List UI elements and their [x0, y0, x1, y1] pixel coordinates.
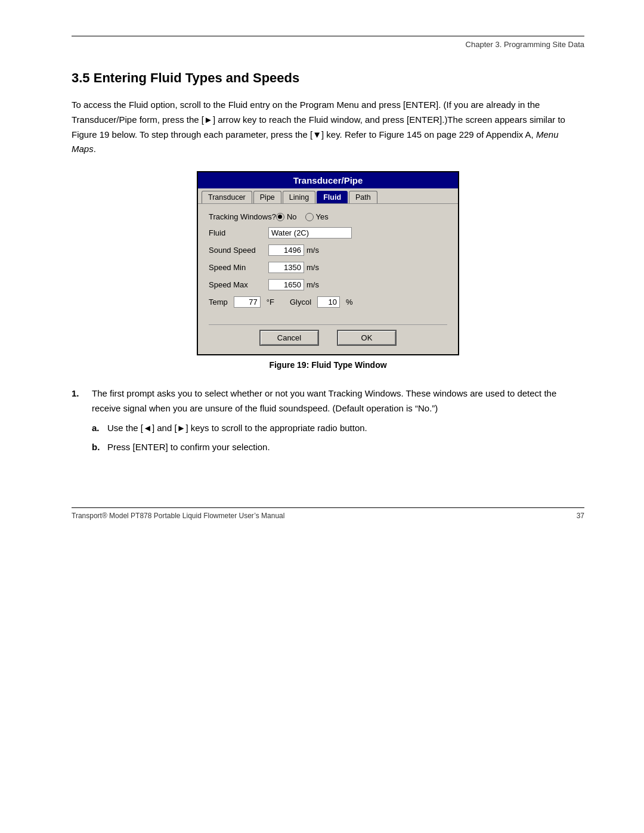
temp-input[interactable]: [234, 296, 261, 308]
tracking-label: Tracking Windows?: [209, 212, 276, 221]
speed-max-unit: m/s: [306, 280, 319, 289]
section-number: 3.5: [72, 70, 90, 85]
radio-yes-circle[interactable]: [305, 213, 314, 221]
tab-lining[interactable]: Lining: [283, 191, 315, 203]
glycol-label: Glycol: [290, 298, 311, 306]
sub-item-a-text: Use the [◄] and [►] keys to scroll to th…: [107, 421, 367, 436]
speed-min-label: Speed Min: [209, 263, 268, 272]
section-title: Entering Fluid Types and Speeds: [94, 70, 300, 85]
sub-label-a: a.: [92, 421, 103, 436]
sound-speed-row: Sound Speed m/s: [209, 244, 447, 256]
speed-max-label: Speed Max: [209, 280, 268, 289]
tab-path[interactable]: Path: [349, 191, 377, 203]
sub-item-b: b. Press [ENTER] to confirm your selecti…: [92, 440, 584, 455]
speed-max-input[interactable]: [268, 279, 304, 290]
radio-yes-label: Yes: [316, 212, 329, 221]
list-item-1-content: The first prompt asks you to select whet…: [92, 386, 584, 460]
fluid-input[interactable]: [268, 227, 352, 239]
dialog-title-bar: Transducer/Pipe: [198, 172, 458, 188]
speed-min-row: Speed Min m/s: [209, 262, 447, 273]
body-paragraph: To access the Fluid option, scroll to th…: [72, 98, 584, 157]
sub-list-1: a. Use the [◄] and [►] keys to scroll to…: [92, 421, 584, 456]
dialog-spacer: [209, 314, 447, 324]
italic-text: Menu Maps: [72, 129, 558, 154]
sub-item-a: a. Use the [◄] and [►] keys to scroll to…: [92, 421, 584, 436]
sound-speed-unit: m/s: [306, 246, 319, 255]
tab-pipe[interactable]: Pipe: [253, 191, 281, 203]
footer-rule: [72, 507, 584, 508]
tab-transducer[interactable]: Transducer: [202, 191, 252, 203]
radio-no[interactable]: No: [276, 212, 297, 221]
radio-no-circle[interactable]: [276, 213, 284, 221]
footer-right: 37: [577, 512, 584, 520]
page: Chapter 3. Programming Site Data 3.5 Ent…: [0, 0, 644, 556]
temp-unit: °F: [267, 298, 274, 306]
temp-label: Temp: [209, 298, 228, 306]
radio-group: No Yes: [276, 212, 329, 221]
speed-min-unit: m/s: [306, 263, 319, 272]
temp-glycol-row: Temp °F Glycol %: [209, 296, 447, 308]
tab-fluid[interactable]: Fluid: [317, 191, 348, 203]
sub-label-b: b.: [92, 440, 103, 455]
fluid-row: Fluid: [209, 227, 447, 239]
radio-no-label: No: [287, 212, 297, 221]
glycol-unit: %: [346, 298, 353, 306]
list-item-1: 1. The first prompt asks you to select w…: [72, 386, 584, 460]
header-rule: [72, 36, 584, 36]
speed-max-row: Speed Max m/s: [209, 279, 447, 290]
speed-min-input[interactable]: [268, 262, 304, 273]
list-item-1-text: The first prompt asks you to select whet…: [92, 388, 556, 413]
tracking-windows-row: Tracking Windows? No Yes: [209, 212, 447, 221]
glycol-input[interactable]: [317, 296, 340, 308]
dialog-tabs: Transducer Pipe Lining Fluid Path: [198, 188, 458, 203]
dialog-box: Transducer/Pipe Transducer Pipe Lining F…: [197, 171, 459, 355]
ok-button[interactable]: OK: [337, 330, 397, 346]
section-heading: 3.5 Entering Fluid Types and Speeds: [72, 70, 584, 86]
radio-yes[interactable]: Yes: [305, 212, 329, 221]
footer: Transport® Model PT878 Portable Liquid F…: [72, 512, 584, 520]
numbered-list: 1. The first prompt asks you to select w…: [72, 386, 584, 460]
dialog-content: Tracking Windows? No Yes Fluid: [198, 203, 458, 354]
figure-container: Transducer/Pipe Transducer Pipe Lining F…: [72, 171, 584, 370]
fluid-label: Fluid: [209, 228, 268, 237]
sound-speed-label: Sound Speed: [209, 246, 268, 255]
footer-left: Transport® Model PT878 Portable Liquid F…: [72, 512, 284, 520]
figure-caption: Figure 19: Fluid Type Window: [269, 360, 386, 370]
dialog-buttons: Cancel OK: [209, 324, 447, 348]
sound-speed-input[interactable]: [268, 244, 304, 256]
cancel-button[interactable]: Cancel: [259, 330, 319, 346]
list-num-1: 1.: [72, 386, 86, 460]
sub-item-b-text: Press [ENTER] to confirm your selection.: [107, 440, 270, 455]
chapter-header: Chapter 3. Programming Site Data: [72, 40, 584, 49]
